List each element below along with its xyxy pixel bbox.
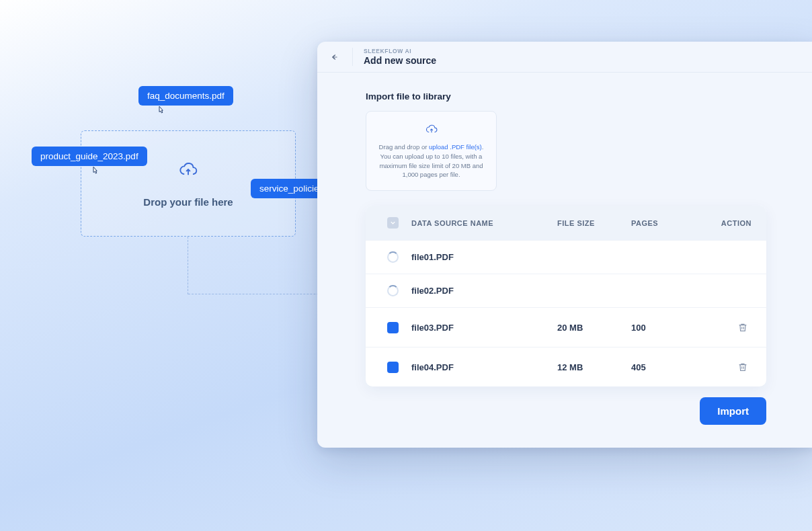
cell-pages: 100 xyxy=(631,323,695,333)
upload-box[interactable]: Drag and drop or upload .PDF file(s). Yo… xyxy=(366,111,497,191)
file-chip-label: faq_documents.pdf xyxy=(147,91,225,101)
header-eyebrow: SLEEKFLOW AI xyxy=(364,48,436,54)
select-all-checkbox[interactable] xyxy=(387,217,399,229)
cell-name: file04.PDF xyxy=(411,362,557,372)
table-row: file01.PDF xyxy=(366,240,766,274)
file-chip-label: product_guide_2023.pdf xyxy=(40,151,138,161)
import-button[interactable]: Import xyxy=(700,397,766,425)
file-chip[interactable]: faq_documents.pdf xyxy=(138,86,233,106)
cell-name: file01.PDF xyxy=(411,252,557,262)
delete-button[interactable] xyxy=(734,319,752,336)
row-checkbox[interactable] xyxy=(387,322,399,333)
trash-icon xyxy=(737,362,748,372)
trash-icon xyxy=(737,322,748,333)
cell-name: file03.PDF xyxy=(411,323,557,333)
upload-link[interactable]: upload .PDF file(s) xyxy=(429,143,482,151)
upload-cloud-icon xyxy=(179,160,198,181)
col-size: FILE SIZE xyxy=(557,219,631,227)
col-action: ACTION xyxy=(695,219,756,227)
drop-zone-label: Drop your file here xyxy=(143,196,233,208)
connector-line xyxy=(188,237,188,294)
files-table: DATA SOURCE NAME FILE SIZE PAGES ACTION … xyxy=(366,206,766,386)
loading-spinner-icon xyxy=(387,285,399,296)
pointer-cursor-icon xyxy=(89,165,102,177)
col-pages: PAGES xyxy=(631,219,695,227)
section-title: Import file to library xyxy=(366,91,766,101)
upload-cloud-icon xyxy=(425,122,438,136)
pointer-cursor-icon xyxy=(155,105,167,117)
cell-pages: 405 xyxy=(631,362,695,372)
back-button[interactable] xyxy=(327,49,343,65)
upload-description: Drag and drop or upload .PDF file(s). Yo… xyxy=(376,142,487,179)
cell-size: 20 MB xyxy=(557,323,631,333)
table-row: file02.PDF xyxy=(366,274,766,307)
panel-header: SLEEKFLOW AI Add new source xyxy=(317,42,812,73)
table-row: file04.PDF 12 MB 405 xyxy=(366,347,766,386)
cell-size: 12 MB xyxy=(557,362,631,372)
delete-button[interactable] xyxy=(734,358,752,376)
page-title: Add new source xyxy=(364,55,436,66)
add-source-panel: SLEEKFLOW AI Add new source Import file … xyxy=(317,42,812,448)
file-chip[interactable]: product_guide_2023.pdf xyxy=(32,147,147,166)
col-name: DATA SOURCE NAME xyxy=(411,219,557,227)
table-head: DATA SOURCE NAME FILE SIZE PAGES ACTION xyxy=(366,206,766,240)
table-row: file03.PDF 20 MB 100 xyxy=(366,307,766,347)
loading-spinner-icon xyxy=(387,251,399,263)
row-checkbox[interactable] xyxy=(387,362,399,373)
cell-name: file02.PDF xyxy=(411,286,557,296)
